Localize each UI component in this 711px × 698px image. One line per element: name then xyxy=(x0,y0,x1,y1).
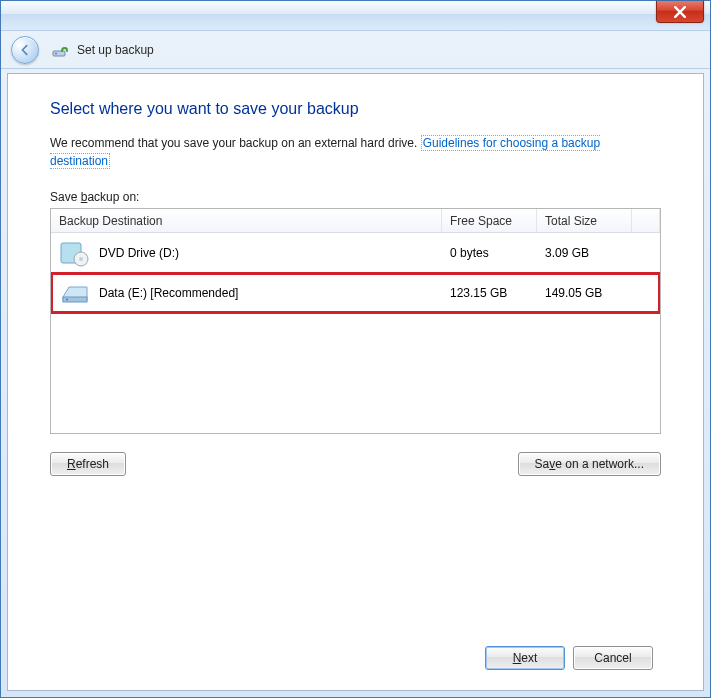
hard-drive-icon xyxy=(59,279,91,307)
back-arrow-icon xyxy=(18,43,32,57)
row-name: DVD Drive (D:) xyxy=(99,246,179,260)
col-destination[interactable]: Backup Destination xyxy=(51,209,442,232)
col-total-size[interactable]: Total Size xyxy=(537,209,632,232)
svg-point-4 xyxy=(79,257,83,261)
intro-text-span: We recommend that you save your backup o… xyxy=(50,136,421,150)
close-icon xyxy=(674,6,686,18)
wizard-window: Set up backup Select where you want to s… xyxy=(0,0,711,698)
list-header: Backup Destination Free Space Total Size xyxy=(51,209,660,233)
page-heading: Select where you want to save your backu… xyxy=(50,100,661,118)
backup-icon xyxy=(51,41,69,59)
svg-rect-0 xyxy=(53,51,65,56)
row-free-space: 0 bytes xyxy=(442,246,537,260)
titlebar xyxy=(1,1,710,31)
destination-list[interactable]: Backup Destination Free Space Total Size… xyxy=(50,208,661,434)
nav-title: Set up backup xyxy=(77,43,154,57)
cancel-button[interactable]: Cancel xyxy=(573,646,653,670)
list-actions: Refresh Save on a network... xyxy=(50,452,661,476)
list-row[interactable]: DVD Drive (D:)0 bytes3.09 GB xyxy=(51,233,660,273)
svg-point-6 xyxy=(66,298,68,300)
list-body: DVD Drive (D:)0 bytes3.09 GBData (E:) [R… xyxy=(51,233,660,313)
back-button[interactable] xyxy=(11,36,39,64)
save-on-network-button[interactable]: Save on a network... xyxy=(518,452,661,476)
row-total-size: 149.05 GB xyxy=(537,286,632,300)
list-label: Save backup on: xyxy=(50,190,661,204)
refresh-button[interactable]: Refresh xyxy=(50,452,126,476)
next-button[interactable]: Next xyxy=(485,646,565,670)
row-total-size: 3.09 GB xyxy=(537,246,632,260)
intro-text: We recommend that you save your backup o… xyxy=(50,134,661,170)
close-button[interactable] xyxy=(656,1,704,23)
col-free-space[interactable]: Free Space xyxy=(442,209,537,232)
row-free-space: 123.15 GB xyxy=(442,286,537,300)
svg-point-1 xyxy=(55,52,57,54)
list-row[interactable]: Data (E:) [Recommended]123.15 GB149.05 G… xyxy=(51,273,660,313)
content-outer: Select where you want to save your backu… xyxy=(1,69,710,697)
dvd-drive-icon xyxy=(59,239,91,267)
col-end xyxy=(632,209,660,232)
nav-bar: Set up backup xyxy=(1,31,710,69)
wizard-footer: Next Cancel xyxy=(50,628,661,676)
row-name: Data (E:) [Recommended] xyxy=(99,286,238,300)
content-panel: Select where you want to save your backu… xyxy=(7,73,704,691)
